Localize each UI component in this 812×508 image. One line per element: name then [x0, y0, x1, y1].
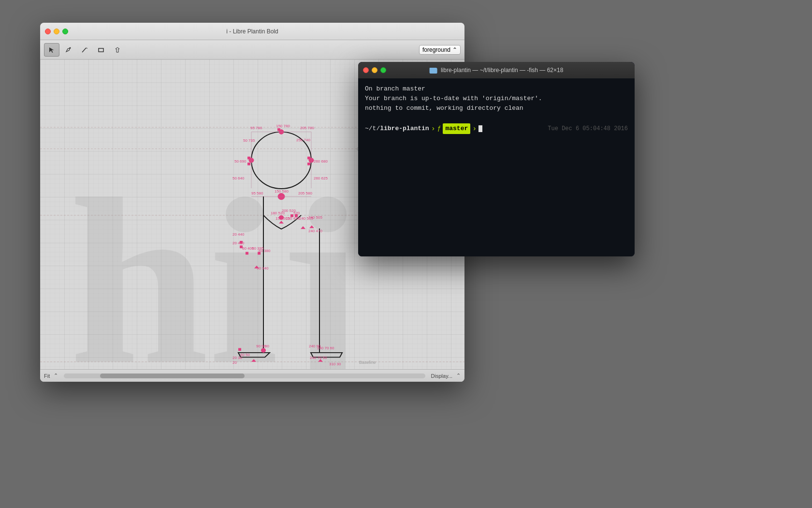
terminal-titlebar: libre-plantin — ~/t/libre-plantin — -fis…: [358, 62, 635, 78]
foreground-dropdown-label: foreground: [422, 46, 450, 53]
svg-text:95 580: 95 580: [251, 191, 263, 195]
svg-rect-34: [238, 348, 241, 351]
svg-text:90 340: 90 340: [257, 266, 269, 270]
terminal-title: libre-plantin — ~/t/libre-plantin — -fis…: [430, 67, 564, 74]
zoom-tool-button[interactable]: [110, 43, 125, 57]
svg-text:130 499: 130 499: [286, 217, 300, 221]
svg-rect-21: [307, 157, 310, 160]
svg-text:60 380: 60 380: [259, 249, 271, 253]
knife-tool-button[interactable]: [77, 43, 92, 57]
chevron-down-icon: ⌃: [456, 373, 461, 379]
editor-toolbar: foreground ⌃: [40, 40, 464, 60]
svg-text:95 780: 95 780: [250, 126, 262, 130]
traffic-lights: [45, 29, 68, 34]
svg-text:150 780: 150 780: [276, 124, 290, 128]
svg-text:205 580: 205 580: [298, 191, 313, 195]
svg-text:50 640: 50 640: [232, 176, 245, 180]
terminal-line-3: nothing to commit, working directory cle…: [365, 104, 628, 113]
terminal-path-bold: libre-plantin: [380, 125, 429, 132]
terminal-title-text: libre-plantin — ~/t/libre-plantin — -fis…: [441, 67, 563, 74]
baseline-label: Baseline: [359, 360, 376, 365]
svg-text:60 50: 60 50: [240, 353, 250, 358]
svg-rect-20: [247, 163, 250, 165]
scrollbar-thumb[interactable]: [100, 374, 245, 378]
svg-line-2: [86, 48, 87, 48]
terminal-close-button[interactable]: [363, 67, 369, 73]
svg-text:260 680: 260 680: [314, 159, 328, 164]
maximize-button[interactable]: [62, 29, 68, 34]
terminal-timestamp: Tue Dec 6 05:04:48 2016: [548, 124, 628, 134]
svg-rect-22: [307, 163, 310, 165]
svg-text:740 505: 740 505: [308, 216, 322, 220]
svg-point-0: [70, 47, 71, 48]
terminal-cursor: [478, 125, 482, 132]
svg-rect-18: [277, 128, 280, 131]
terminal-traffic-lights: [363, 67, 386, 73]
svg-text:20: 20: [232, 360, 237, 365]
svg-text:260 625: 260 625: [314, 176, 328, 180]
svg-text:205 780: 205 780: [300, 126, 315, 130]
pen-tool-button[interactable]: [60, 43, 76, 57]
svg-text:310 30: 310 30: [329, 362, 341, 367]
foreground-dropdown[interactable]: foreground ⌃: [419, 45, 461, 55]
fit-label: Fit: [44, 373, 50, 379]
svg-text:240 470: 240 470: [308, 229, 323, 233]
close-button[interactable]: [45, 29, 51, 34]
terminal-body[interactable]: On branch master Your branch is up-to-da…: [358, 78, 635, 256]
terminal-prompt-line: ~/t/libre-plantin › ƒ master › Tue Dec 6…: [365, 123, 628, 134]
terminal-window: libre-plantin — ~/t/libre-plantin — -fis…: [358, 62, 635, 256]
font-editor-titlebar: i - Libre Plantin Bold: [40, 23, 464, 40]
svg-text:150 580: 150 580: [275, 189, 289, 194]
font-editor-title: i - Libre Plantin Bold: [226, 28, 278, 35]
svg-rect-31: [246, 252, 248, 255]
terminal-branch: master: [443, 123, 470, 134]
editor-statusbar: Fit ⌃ Display... ⌃: [40, 369, 464, 382]
chevron-up-icon: ⌃: [54, 373, 58, 379]
svg-text:240 70 50: 240 70 50: [310, 356, 327, 360]
terminal-arrow1: ›: [431, 123, 435, 134]
svg-point-37: [261, 348, 266, 352]
terminal-arrow2: ›: [472, 123, 477, 134]
folder-icon: [430, 68, 437, 74]
svg-text:50 690: 50 690: [234, 159, 246, 164]
svg-text:20 440: 20 440: [232, 233, 245, 237]
chevron-down-icon: ⌃: [452, 46, 457, 53]
svg-line-1: [82, 48, 86, 52]
terminal-git-symbol: ƒ: [437, 124, 441, 134]
svg-text:240 70 60: 240 70 60: [317, 346, 334, 350]
svg-text:520: 520: [293, 211, 300, 215]
terminal-line-2: Your branch is up-to-date with 'origin/m…: [365, 94, 628, 104]
terminal-maximize-button[interactable]: [380, 67, 386, 73]
svg-text:hij: hij: [69, 149, 362, 369]
svg-rect-19: [247, 157, 250, 160]
minimize-button[interactable]: [54, 29, 59, 34]
terminal-line-1: On branch master: [365, 84, 628, 94]
terminal-minimize-button[interactable]: [372, 67, 377, 73]
terminal-path: ~/t/libre-plantin: [365, 124, 429, 134]
svg-text:90: 90: [265, 344, 270, 348]
scrollbar-track[interactable]: [64, 374, 425, 378]
svg-rect-3: [99, 48, 103, 52]
cursor-tool-button[interactable]: [44, 43, 59, 57]
svg-text:20 410: 20 410: [232, 241, 245, 245]
rectangle-tool-button[interactable]: [93, 43, 109, 57]
svg-text:250 740: 250 740: [296, 138, 311, 142]
display-label: Display...: [431, 373, 452, 379]
svg-text:50 735: 50 735: [243, 139, 255, 143]
